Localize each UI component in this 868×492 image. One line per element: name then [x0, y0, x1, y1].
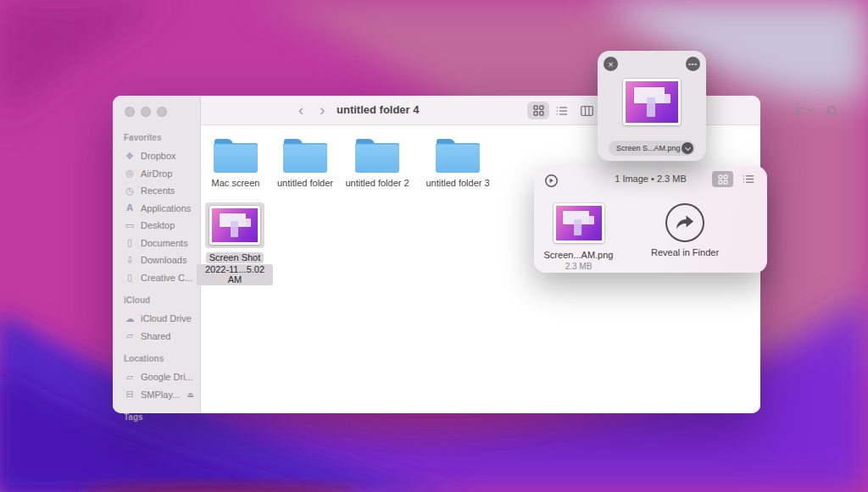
download-icon: [124, 255, 136, 266]
sidebar-item-desktop[interactable]: Desktop: [124, 217, 197, 235]
shared-folder-icon: [124, 330, 136, 341]
applications-icon: [124, 202, 136, 213]
screenshot-preview-popup[interactable]: × ••• Screen S...AM.png: [598, 51, 706, 161]
sidebar-item-shared[interactable]: Shared: [124, 328, 197, 346]
window-title: untitled folder 4: [337, 96, 420, 124]
column-view-button[interactable]: [576, 102, 598, 119]
reveal-in-finder-button[interactable]: Reveal in Finder: [634, 203, 736, 257]
airdrop-icon: [124, 168, 136, 179]
file-selection-highlight: [205, 202, 264, 248]
folder-icon: [124, 372, 136, 383]
sidebar-item-recents[interactable]: Recents: [124, 182, 197, 200]
folder-icon: [355, 139, 399, 173]
panel-grid-view-button[interactable]: [712, 171, 733, 187]
chevron-down-icon[interactable]: [682, 142, 693, 154]
columns-view-icon: [581, 106, 593, 116]
close-window-button[interactable]: [125, 107, 135, 117]
list-view-icon: [743, 174, 754, 184]
close-icon[interactable]: ×: [604, 57, 618, 71]
folder-icon: [436, 139, 480, 173]
sidebar-item-dropbox[interactable]: Dropbox: [124, 147, 197, 165]
sidebar-item-airdrop[interactable]: AirDrop: [124, 165, 197, 183]
toolbar-action-button[interactable]: [791, 102, 808, 119]
panel-file-size: 2.3 MB: [565, 262, 593, 271]
screenshot-actions-panel: 1 Image • 2.3 MB Screen...AM.png 2.3 MB …: [534, 166, 767, 273]
sidebar-section-favorites: Favorites: [124, 133, 197, 147]
filename-label: Screen S...AM.png: [609, 144, 682, 152]
drive-icon: [124, 389, 136, 400]
action-icon: [794, 107, 804, 115]
desktop: Favorites Dropbox AirDrop Recents Applic…: [0, 0, 868, 492]
back-button[interactable]: ‹: [298, 99, 303, 121]
sidebar-item-google-drive[interactable]: Google Dri...: [124, 368, 197, 386]
minimize-window-button[interactable]: [141, 107, 151, 117]
folder-icon: [283, 139, 327, 173]
more-options-icon[interactable]: •••: [686, 57, 700, 71]
sidebar-section-locations: Locations: [124, 354, 197, 368]
screenshot-thumbnail-large[interactable]: [623, 79, 681, 125]
sidebar-item-applications[interactable]: Applications: [124, 200, 197, 218]
panel-file-item[interactable]: Screen...AM.png 2.3 MB: [538, 203, 619, 271]
search-icon: [826, 105, 838, 117]
folder-item-mac-screen[interactable]: Mac screen: [198, 139, 274, 189]
folder-item-untitled-folder[interactable]: untitled folder: [267, 139, 343, 189]
search-button[interactable]: [821, 102, 843, 119]
clock-icon: [124, 185, 136, 196]
sidebar-item-creative-cloud[interactable]: Creative C...: [124, 269, 197, 287]
sidebar-section-tags: Tags: [124, 412, 197, 427]
sidebar-section-icloud: iCloud: [124, 296, 197, 310]
cloud-icon: [124, 313, 136, 324]
document-icon: [124, 237, 136, 248]
list-view-button[interactable]: [551, 102, 573, 119]
zoom-window-button[interactable]: [157, 107, 167, 117]
sidebar-item-icloud-drive[interactable]: iCloud Drive: [124, 310, 197, 328]
sidebar-item-downloads[interactable]: Downloads: [124, 252, 197, 269]
selected-file-screen-shot[interactable]: Screen Shot 2022-11...5.02 AM: [197, 202, 273, 285]
dropbox-icon: [124, 151, 136, 162]
screenshot-thumbnail: [554, 203, 604, 243]
grid-view-icon: [718, 174, 728, 185]
finder-sidebar: Favorites Dropbox AirDrop Recents Applic…: [113, 96, 201, 413]
panel-file-name: Screen...AM.png: [544, 250, 614, 260]
grid-view-icon: [533, 105, 544, 116]
folder-icon: [214, 139, 258, 173]
panel-list-view-button[interactable]: [737, 171, 759, 187]
reveal-label: Reveal in Finder: [651, 247, 719, 257]
reveal-arrow-icon: [665, 203, 704, 242]
sidebar-item-smplayer[interactable]: SMPlay...⏏: [124, 386, 197, 404]
forward-button[interactable]: ›: [320, 99, 325, 121]
desktop-icon: [124, 220, 136, 231]
icon-view-button[interactable]: [527, 102, 549, 119]
folder-item-untitled-folder-2[interactable]: untitled folder 2: [339, 139, 415, 189]
filename-pill[interactable]: Screen S...AM.png: [609, 141, 695, 156]
traffic-lights: [125, 107, 167, 117]
eject-icon[interactable]: ⏏: [186, 390, 194, 399]
folder-item-untitled-folder-3[interactable]: untitled folder 3: [420, 139, 496, 189]
document-icon: [124, 272, 136, 283]
list-view-icon: [556, 106, 568, 116]
screenshot-thumbnail: [209, 206, 260, 245]
sidebar-item-documents[interactable]: Documents: [124, 235, 197, 252]
